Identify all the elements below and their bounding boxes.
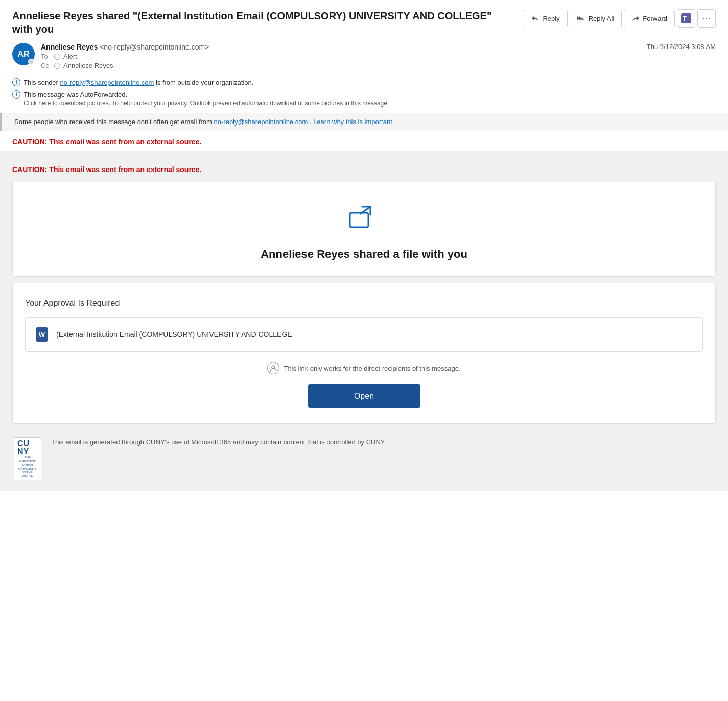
avatar-status: [28, 59, 34, 65]
reply-icon: [531, 14, 539, 22]
open-label: Open: [354, 392, 374, 400]
email-header: Anneliese Reyes shared "(External Instit…: [0, 0, 728, 75]
subject-row: Anneliese Reyes shared "(External Instit…: [12, 9, 716, 36]
autoforward-section: i This message was AutoForwarded. Click …: [0, 89, 728, 111]
reply-all-button[interactable]: Reply All: [570, 10, 622, 27]
avatar: AR: [12, 43, 35, 65]
link-notice-text: This link only works for the direct reci…: [284, 365, 460, 372]
sender-to: To Alert: [41, 53, 209, 60]
share-title: Anneliese Reyes shared a file with you: [23, 248, 705, 261]
reply-all-label: Reply All: [589, 15, 615, 22]
reply-label: Reply: [543, 15, 559, 22]
share-icon: [348, 203, 381, 235]
caution-external-1: CAUTION: This email was sent from an ext…: [0, 133, 728, 151]
svg-text:T: T: [683, 15, 687, 22]
file-name: (External Institution Email (COMPULSORY)…: [56, 330, 694, 339]
share-icon-wrap: [23, 203, 705, 235]
autoforward-sub: Click here to download pictures. To help…: [12, 100, 716, 107]
word-icon: W: [34, 325, 50, 344]
link-notice: This link only works for the direct reci…: [25, 362, 703, 374]
avatar-initials: AR: [17, 50, 29, 59]
more-options-button[interactable]: ···: [697, 9, 716, 28]
file-item[interactable]: W (External Institution Email (COMPULSOR…: [25, 317, 703, 352]
external-sender-text: This sender no-reply@sharepointonline.co…: [24, 79, 253, 86]
file-card: Your Approval Is Required W (External In…: [12, 283, 716, 424]
sender-left: AR Anneliese Reyes <no-reply@sharepointo…: [12, 43, 209, 69]
caution-banner-text: Some people who received this message do…: [14, 118, 214, 126]
forward-button[interactable]: Forward: [624, 10, 675, 27]
info-icon-external: i: [12, 78, 20, 86]
reply-button[interactable]: Reply: [524, 10, 567, 27]
open-button[interactable]: Open: [308, 384, 420, 408]
autoforward-sub-text: Click here to download pictures. To help…: [24, 100, 389, 107]
caution-banner: Some people who received this message do…: [0, 113, 728, 131]
sender-row: AR Anneliese Reyes <no-reply@sharepointo…: [12, 43, 716, 69]
approval-title: Your Approval Is Required: [25, 299, 703, 308]
email-body: CAUTION: This email was sent from an ext…: [0, 151, 728, 491]
cc-label: Cc: [41, 62, 51, 69]
to-radio: [54, 54, 60, 60]
forward-icon: [631, 14, 640, 22]
cuny-logo-box: CUNY THE GREATESTURBAN UNIVERSITYIN THE …: [14, 437, 41, 480]
to-value: Alert: [63, 53, 77, 60]
forward-label: Forward: [643, 15, 667, 22]
external-sender-link[interactable]: no-reply@sharepointonline.com: [60, 79, 154, 86]
email-container: Anneliese Reyes shared "(External Instit…: [0, 0, 728, 701]
footer-text: This email is generated through CUNY's u…: [51, 437, 386, 447]
info-icon-autoforward: i: [12, 90, 20, 99]
cc-value: Anneliese Reyes: [63, 62, 113, 69]
share-card: Anneliese Reyes shared a file with you: [12, 182, 716, 277]
autoforward-label: This message was AutoForwarded.: [24, 91, 127, 99]
teams-button[interactable]: T: [677, 9, 695, 28]
reply-all-icon: [577, 14, 585, 22]
action-buttons: Reply Reply All Forward: [524, 9, 716, 28]
sender-cc: Cc Anneliese Reyes: [41, 62, 209, 69]
person-lock-icon: [270, 365, 277, 372]
cuny-text: CUNY: [17, 440, 38, 456]
sender-name: Anneliese Reyes <no-reply@sharepointonli…: [41, 43, 209, 51]
svg-point-4: [272, 366, 275, 369]
cuny-sub-text: THE GREATESTURBAN UNIVERSITYIN THE WORLD: [17, 456, 38, 478]
lock-icon: [267, 362, 279, 374]
svg-rect-2: [350, 213, 368, 227]
cuny-logo: CUNY THE GREATESTURBAN UNIVERSITYIN THE …: [12, 437, 43, 480]
footer-section: CUNY THE GREATESTURBAN UNIVERSITYIN THE …: [12, 430, 716, 480]
cc-radio: [54, 63, 60, 69]
more-dots: ···: [702, 13, 710, 24]
caution-email-link[interactable]: no-reply@sharepointonline.com: [214, 118, 308, 126]
email-timestamp: Thu 9/12/2024 3:08 AM: [647, 43, 716, 51]
external-sender-info: i This sender no-reply@sharepointonline.…: [0, 75, 728, 89]
caution-external-2: CAUTION: This email was sent from an ext…: [12, 161, 716, 182]
word-icon-inner: W: [36, 327, 48, 342]
caution-learn-link[interactable]: Learn why this is important: [313, 118, 392, 126]
to-label: To: [41, 53, 51, 60]
sender-details: Anneliese Reyes <no-reply@sharepointonli…: [41, 43, 209, 69]
teams-icon: T: [681, 13, 691, 23]
autoforward-title: i This message was AutoForwarded.: [12, 90, 716, 99]
email-subject: Anneliese Reyes shared "(External Instit…: [12, 9, 524, 36]
